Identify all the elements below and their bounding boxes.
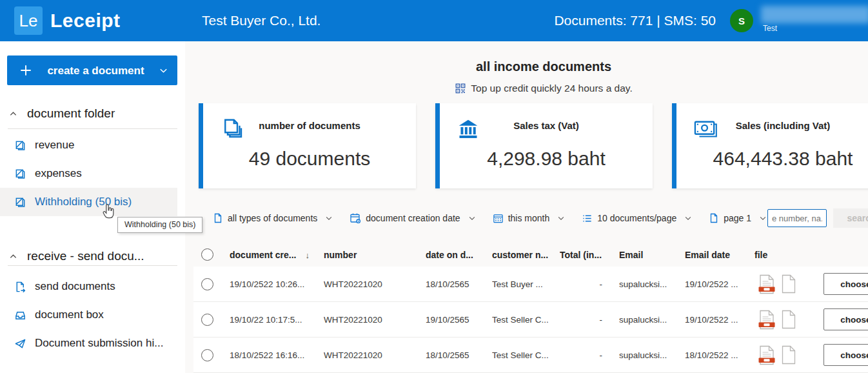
cell-email-date: 19/10/2522 ... [685,315,755,325]
page-title: all income documents [185,59,868,74]
cell-number: WHT20221020 [324,279,426,289]
sidebar-item-submission-history[interactable]: Document submission hi... [0,329,177,358]
filter-page-size[interactable]: 10 documents/page [582,213,692,224]
inbox-tray-icon [14,309,26,321]
table-row: 19/10/2522 10:26... WHT20221020 18/10/25… [193,267,868,302]
page-icon [709,213,719,223]
column-header-email-date[interactable]: Email date [685,250,755,260]
page-icon [213,213,223,223]
user-avatar[interactable]: S [730,9,753,32]
cell-number: WHT20221020 [324,350,426,360]
stat-cards: number of documents 49 documents Sales t… [199,103,868,188]
sidebar-item-label: revenue [35,139,74,152]
divider [8,128,177,129]
cell-customer: Test Seller C... [492,350,560,360]
top-bar: Le Leceipt Test Buyer Co., Ltd. Document… [0,0,868,41]
filter-bar: all types of documents document creation… [213,207,798,229]
pdf-file-icon[interactable] [758,310,775,330]
sidebar-item-document-box[interactable]: document box [0,301,177,329]
chevron-down-icon [557,214,565,222]
column-header-customer[interactable]: customer n... [492,250,560,260]
column-header-file[interactable]: file [755,250,868,260]
sidebar-item-label: send documents [35,280,115,293]
main-content: all income documents Top up credit quick… [185,41,868,373]
chevron-down-icon [684,214,692,222]
section-document-folder[interactable]: document folder [0,104,185,123]
choose-file-button[interactable]: choose [824,273,868,295]
chevron-down-icon[interactable] [159,66,168,76]
cell-email: supalucksi... [619,279,685,289]
cell-email: supalucksi... [619,350,685,360]
column-header-date[interactable]: date on d... [426,250,492,260]
tooltip: Withholding (50 bis) [117,217,202,233]
sidebar-item-expenses[interactable]: expenses [0,159,177,188]
cell-file: choose [755,308,868,330]
banknote-icon [693,117,718,139]
section-receive-send[interactable]: receive - send docu... [0,247,185,266]
sidebar-item-revenue[interactable]: revenue [0,131,177,159]
document-file-icon[interactable] [781,345,796,365]
hand-cursor-icon [100,203,117,220]
choose-file-button[interactable]: choose [824,308,868,330]
column-header-created[interactable]: document cre...↓ [230,250,324,260]
cell-total: - [560,315,619,325]
select-all-radio[interactable] [201,248,213,261]
stat-card-sales-tax: Sales tax (Vat) 4,298.98 baht [435,103,653,188]
cell-email-date: 18/10/2522 ... [685,350,755,360]
stat-card-number-of-documents: number of documents 49 documents [199,103,416,188]
documents-folder-icon [14,139,26,152]
cell-email: supalucksi... [619,315,685,325]
search-input[interactable] [767,209,827,227]
filter-document-type[interactable]: all types of documents [213,213,333,223]
section-title: receive - send docu... [27,249,144,263]
table-row: 18/10/2522 16:16... WHT20221020 18/10/25… [193,338,868,373]
sidebar-item-withholding[interactable]: Withholding (50 bis) [0,188,177,216]
stat-card-sales-including-vat: Sales (including Vat) 464,443.38 baht [672,103,868,188]
topup-text: Top up credit quickly 24 hours a day. [471,83,632,94]
sidebar-item-send-documents[interactable]: send documents [0,272,177,301]
choose-file-button[interactable]: choose [824,344,868,366]
cell-created: 19/10/2522 10:26... [230,279,324,289]
documents-folder-icon [14,196,26,208]
topup-banner[interactable]: Top up credit quickly 24 hours a day. [185,83,868,94]
row-select-radio[interactable] [201,349,213,361]
sidebar-item-label: document box [35,308,104,321]
app-window: Le Leceipt Test Buyer Co., Ltd. Document… [0,0,868,373]
stat-value: 4,298.98 baht [440,148,653,170]
filter-period[interactable]: this month [493,213,566,224]
cell-created: 19/10/22 10:17:5... [230,315,324,325]
documents-table: document cre...↓ number date on d... cus… [193,243,868,373]
search-button[interactable]: search [833,208,868,228]
documents-folder-icon [14,168,26,180]
pdf-file-icon[interactable] [758,274,775,294]
copy-documents-icon [220,117,243,141]
chevron-up-icon [9,252,17,261]
divider [8,265,177,266]
document-file-icon[interactable] [781,274,796,294]
qr-code-icon [455,83,466,94]
column-header-email[interactable]: Email [619,250,685,260]
chevron-down-icon [759,214,767,222]
filter-page-number[interactable]: page 1 [709,213,767,223]
create-document-button[interactable]: create a document [7,55,177,85]
plus-icon [19,63,33,77]
redacted-username [761,6,868,23]
table-row: 19/10/22 10:17:5... WHT20221020 19/10/25… [193,302,868,338]
row-select-radio[interactable] [201,278,213,290]
filter-date-field[interactable]: document creation date [350,212,475,224]
sidebar-item-label: Document submission hi... [35,337,163,350]
cell-date: 18/10/2565 [426,279,492,289]
cell-created: 18/10/2522 16:16... [230,350,324,360]
column-header-number[interactable]: number [324,250,426,260]
app-logo[interactable]: Le [14,6,43,35]
column-header-total[interactable]: Total (in... [560,250,619,260]
filter-label: this month [508,213,550,223]
pdf-file-icon[interactable] [758,345,775,365]
create-document-label: create a document [33,65,159,77]
document-file-icon[interactable] [781,310,796,329]
row-select-radio[interactable] [201,314,213,326]
calendar-settings-icon [350,212,361,224]
sidebar-item-label: expenses [35,167,82,180]
logo-monogram: Le [19,11,38,31]
section-title: document folder [27,106,115,121]
